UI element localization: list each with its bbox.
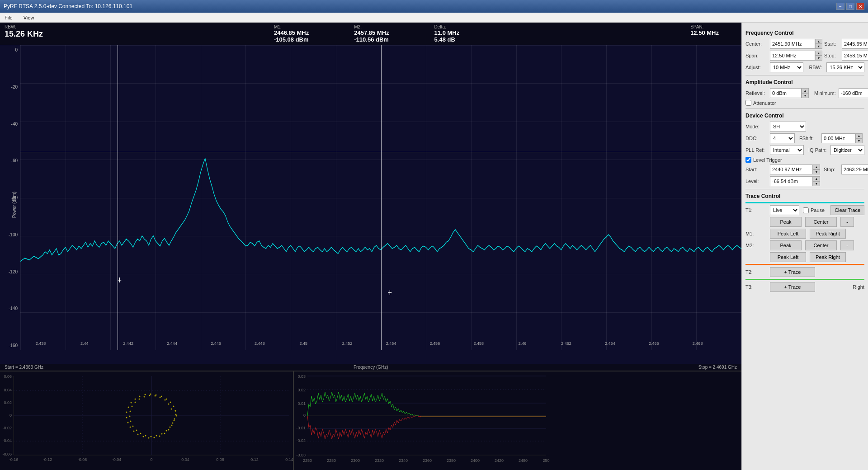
- svg-point-66: [136, 430, 137, 431]
- t2-label: T2:: [745, 269, 768, 275]
- t1-peak-row: T1: Peak Center -: [745, 217, 864, 227]
- svg-point-28: [176, 415, 177, 417]
- rbw-ctrl-label: RBW:: [809, 65, 825, 70]
- spectrum-display[interactable]: 0 -20 -40 -60 -80 -100 -120 -140 -160 Po…: [0, 45, 741, 364]
- svg-point-80: [171, 409, 172, 410]
- svg-text:0.04: 0.04: [4, 388, 12, 392]
- t1-pause-checkbox[interactable]: [803, 207, 809, 213]
- rbw-value: 15.26 KHz: [5, 29, 43, 39]
- span-freq-up[interactable]: ▲: [815, 51, 822, 56]
- fshift-down[interactable]: ▼: [855, 138, 863, 143]
- left-panel: RBW: 15.26 KHz M1: 2446.85 MHz -105.08 d…: [0, 23, 741, 470]
- svg-point-52: [168, 429, 170, 431]
- span-freq-down[interactable]: ▼: [815, 56, 822, 61]
- t3-color-bar: [745, 279, 864, 280]
- level-trigger-checkbox[interactable]: [745, 157, 751, 163]
- m2-peak-left-button[interactable]: Peak Left: [770, 252, 806, 262]
- attenuator-checkbox[interactable]: [745, 100, 751, 106]
- y-axis-title: Power (dBm): [12, 191, 17, 217]
- minimum-input[interactable]: [839, 88, 868, 98]
- start-freq-input[interactable]: [842, 39, 868, 49]
- svg-point-32: [166, 399, 167, 400]
- attenuator-label[interactable]: Attenuator: [745, 100, 776, 106]
- maximize-button[interactable]: □: [846, 3, 854, 10]
- iqpath-select[interactable]: Digitizer HW: [830, 145, 864, 155]
- span-freq-input-group: ▲ ▼: [770, 51, 822, 61]
- span-freq-row: Span: ▲ ▼ Stop: ▲ ▼: [745, 51, 864, 61]
- menu-view[interactable]: View: [21, 14, 37, 21]
- divider-2: [745, 108, 864, 109]
- right-label: Right: [853, 284, 864, 290]
- m1-peak-left-button[interactable]: Peak Left: [770, 229, 806, 239]
- svg-point-51: [164, 433, 165, 434]
- fshift-input[interactable]: [821, 133, 855, 143]
- grid-area: + + 2.438 2.44 2.442 2.444 2.446 2.448 2…: [20, 45, 741, 350]
- m2-minus-button[interactable]: -: [840, 240, 854, 250]
- svg-point-62: [156, 435, 157, 437]
- trigger-level-up[interactable]: ▲: [813, 176, 820, 181]
- level-trigger-label[interactable]: Level Trigger: [745, 157, 782, 163]
- m1-trace-label: M1:: [745, 231, 768, 236]
- pllref-select[interactable]: Internal External: [770, 145, 804, 155]
- t2-add-button[interactable]: + Trace: [770, 267, 815, 277]
- reflevel-up[interactable]: ▲: [802, 88, 809, 93]
- divider-1: [745, 75, 864, 75]
- trigger-start-up[interactable]: ▲: [813, 164, 820, 169]
- trigger-start-down[interactable]: ▼: [813, 169, 820, 174]
- svg-text:-0.04: -0.04: [2, 438, 12, 443]
- m2-peak-right-button[interactable]: Peak Right: [810, 252, 846, 262]
- m2-power: -110.56 dBm: [354, 36, 389, 43]
- svg-point-33: [161, 396, 162, 397]
- mode-select[interactable]: SH ZIF DD: [770, 122, 806, 132]
- svg-text:-0.06: -0.06: [2, 452, 12, 456]
- svg-point-79: [168, 404, 170, 405]
- trigger-start-input[interactable]: [770, 164, 813, 174]
- reflevel-input[interactable]: [770, 88, 802, 98]
- svg-point-48: [148, 437, 150, 439]
- main-layout: RBW: 15.26 KHz M1: 2446.85 MHz -105.08 d…: [0, 23, 868, 470]
- minimize-button[interactable]: −: [836, 3, 844, 10]
- t1-mode-select[interactable]: Live Hold Off: [770, 205, 799, 215]
- svg-point-67: [132, 426, 134, 427]
- center-freq-down[interactable]: ▼: [815, 44, 822, 49]
- t3-add-button[interactable]: + Trace: [770, 282, 815, 292]
- ddc-select[interactable]: 4 1 2 8: [770, 133, 795, 143]
- trigger-level-input[interactable]: [770, 176, 813, 186]
- t1-clear-button[interactable]: Clear Trace: [830, 205, 864, 215]
- freq-control-title: Frequency Control: [745, 30, 864, 36]
- svg-point-68: [130, 421, 132, 422]
- t1-center-button[interactable]: Center: [805, 217, 837, 227]
- m2-peak-button[interactable]: Peak: [770, 240, 802, 250]
- menu-file[interactable]: File: [2, 14, 15, 21]
- svg-text:0.14: 0.14: [285, 457, 293, 462]
- span-freq-input[interactable]: [770, 51, 815, 61]
- svg-text:2480: 2480: [519, 458, 528, 463]
- t1-pause-label[interactable]: Pause: [803, 207, 825, 213]
- trigger-stop-input[interactable]: [841, 164, 868, 174]
- rbw-select[interactable]: 15.26 KHz 30.52 KHz 7.63 KHz: [826, 62, 864, 72]
- trigger-level-down[interactable]: ▼: [813, 181, 820, 186]
- svg-text:0: 0: [9, 413, 12, 418]
- center-freq-up[interactable]: ▲: [815, 39, 822, 44]
- m1-group: M1: 2446.85 MHz -105.08 dBm: [274, 24, 309, 43]
- t1-minus-button[interactable]: -: [840, 217, 854, 227]
- fshift-up[interactable]: ▲: [855, 133, 863, 138]
- svg-point-53: [171, 425, 173, 426]
- center-freq-input[interactable]: [770, 39, 815, 49]
- m2-trace-label: M2:: [745, 243, 768, 248]
- t3-label: T3:: [745, 284, 768, 290]
- m2-center-button[interactable]: Center: [805, 240, 837, 250]
- attenuator-row: Attenuator: [745, 100, 864, 106]
- center-freq-input-group: ▲ ▼: [770, 39, 822, 49]
- t1-peak-button[interactable]: Peak: [770, 217, 802, 227]
- reflevel-down[interactable]: ▼: [802, 93, 809, 98]
- close-button[interactable]: ✕: [856, 3, 864, 10]
- m1-peak-right-button[interactable]: Peak Right: [810, 229, 846, 239]
- stop-freq-input[interactable]: [842, 51, 868, 61]
- svg-text:-0.16: -0.16: [9, 457, 19, 462]
- t3-row: T3: + Trace Right: [745, 282, 864, 292]
- svg-point-49: [154, 437, 155, 438]
- svg-text:2250: 2250: [303, 458, 312, 463]
- adjust-select[interactable]: 10 MHz 1 MHz 100 KHz: [770, 62, 803, 72]
- right-panel: Frequency Control Center: ▲ ▼ Start: ▲ ▼…: [741, 23, 868, 470]
